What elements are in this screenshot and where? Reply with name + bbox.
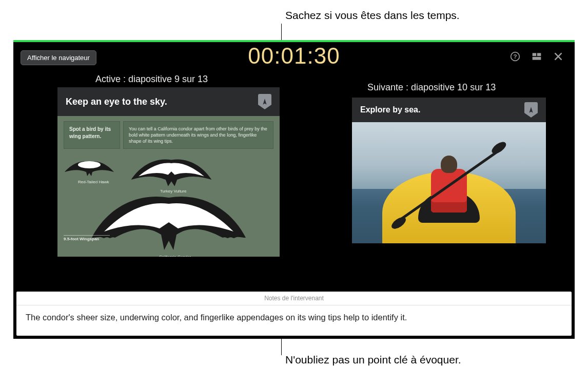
help-icon[interactable]: ?: [510, 51, 520, 62]
bird-caption-3: California Condor: [159, 255, 191, 257]
next-slide[interactable]: Explore by sea.: [352, 98, 546, 243]
bird-caption-1: Red-Tailed Hawk: [78, 180, 109, 184]
svg-text:?: ?: [513, 53, 517, 60]
slides-area: Active : diapositive 9 sur 13 Suivante :…: [13, 72, 575, 277]
current-slide-title: Keep an eye to the sky.: [66, 97, 167, 107]
next-slide-label: Suivante : diapositive 10 sur 13: [367, 82, 496, 93]
presenter-notes: Notes de l'intervenant The condor's shee…: [16, 292, 572, 336]
svg-point-7: [78, 161, 101, 168]
slide-panel-left: Spot a bird by its wing pattern.: [64, 121, 120, 149]
presentation-timer[interactable]: 00:01:30: [13, 43, 575, 69]
birds-illustration: Red-Tailed Hawk Turkey Vulture Californi…: [64, 153, 274, 215]
close-icon[interactable]: [553, 51, 563, 62]
wingspan-label: 9.5-foot Wingspan: [64, 235, 110, 241]
slide-panel-right: You can tell a California condor apart f…: [123, 121, 273, 149]
callout-timer: Sachez si vous êtes dans les temps.: [285, 9, 460, 22]
layout-icon[interactable]: [532, 51, 542, 62]
presenter-toolbar: Afficher le navigateur 00:01:30 ?: [13, 42, 575, 72]
leader-line: [281, 338, 282, 355]
notes-header: Notes de l'intervenant: [16, 292, 572, 305]
callout-notes: N'oubliez pas un point clé à évoquer.: [285, 354, 461, 366]
kayak-image: [352, 122, 546, 243]
current-slide-label: Active : diapositive 9 sur 13: [95, 74, 208, 85]
next-slide-title: Explore by sea.: [360, 105, 420, 114]
current-slide[interactable]: Keep an eye to the sky. Spot a bird by i…: [57, 87, 280, 257]
shield-icon: [524, 102, 538, 118]
presenter-display: Afficher le navigateur 00:01:30 ? Active…: [13, 40, 575, 339]
shield-icon: [258, 94, 271, 109]
svg-rect-3: [537, 53, 541, 56]
notes-body: The condor's sheer size, underwing color…: [16, 305, 572, 336]
svg-rect-4: [533, 57, 541, 60]
svg-rect-2: [533, 53, 537, 56]
